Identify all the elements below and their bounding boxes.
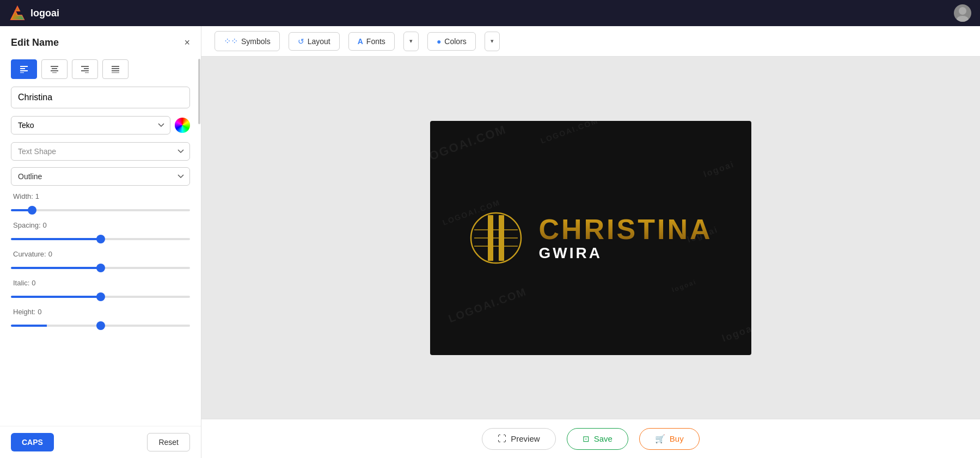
logoai-icon <box>9 4 26 22</box>
logo-content: CHRISTINA GWIRA <box>469 211 712 265</box>
panel-bottom-row: CAPS Reset <box>0 426 201 458</box>
height-label: Height:0 <box>11 308 190 316</box>
align-left-button[interactable] <box>11 59 37 79</box>
top-navigation: logoai <box>0 0 980 26</box>
height-slider-row: Height:0 <box>11 308 190 329</box>
italic-slider-row: Italic:0 <box>11 279 190 300</box>
colors-button[interactable]: ● Colors <box>427 32 476 51</box>
reset-button[interactable]: Reset <box>147 433 190 451</box>
save-button[interactable]: ⊡ Save <box>567 428 628 450</box>
action-row: ⛶ Preview ⊡ Save 🛒 Buy <box>201 419 980 458</box>
panel-title: Edit Name <box>11 37 59 48</box>
right-content: ⁘⁘ Symbols ↺ Layout A Fonts ▾ ● Colors ▾… <box>201 26 980 458</box>
svg-point-2 <box>959 7 966 15</box>
user-avatar[interactable] <box>954 4 971 22</box>
curvature-label: Curvature:0 <box>11 250 190 258</box>
font-select[interactable]: Teko <box>11 116 170 135</box>
panel-header: Edit Name × <box>0 26 201 54</box>
height-slider[interactable] <box>11 325 190 327</box>
spacing-slider[interactable] <box>11 238 190 240</box>
watermark-7: LOGOAI.COM <box>540 121 600 145</box>
logo-text-block: CHRISTINA GWIRA <box>538 215 712 261</box>
buy-icon: 🛒 <box>655 434 665 444</box>
name-text-input[interactable] <box>11 87 190 108</box>
watermark-2: logoai <box>702 159 736 179</box>
scroll-thumb <box>198 59 200 124</box>
logo-canvas[interactable]: LOGOAI.COM logoai LOGOAI.COM logoai LOGO… <box>430 121 751 355</box>
italic-slider[interactable] <box>11 296 190 298</box>
svg-rect-25 <box>499 215 504 261</box>
curvature-slider-row: Curvature:0 <box>11 250 190 271</box>
svg-point-3 <box>957 16 969 22</box>
preview-button[interactable]: ⛶ Preview <box>482 428 555 450</box>
watermark-8: logoai <box>671 278 697 294</box>
close-button[interactable]: × <box>184 37 190 48</box>
fonts-button[interactable]: A Fonts <box>348 32 395 51</box>
spacing-label: Spacing:0 <box>11 221 190 229</box>
watermark-3: LOGOAI.COM <box>447 285 529 325</box>
svg-marker-1 <box>11 7 24 20</box>
logo-subtitle: GWIRA <box>538 246 712 261</box>
outline-select[interactable]: Outline <box>11 167 190 186</box>
main-layout: Edit Name × <box>0 26 980 458</box>
left-panel: Edit Name × <box>0 26 201 458</box>
app-logo: logoai <box>9 4 59 22</box>
symbols-icon: ⁘⁘ <box>224 36 238 46</box>
caps-button[interactable]: CAPS <box>11 433 54 451</box>
panel-content: Teko Text Shape Outline Width:1 <box>0 54 201 426</box>
preview-icon: ⛶ <box>498 434 506 444</box>
canvas-area: LOGOAI.COM logoai LOGOAI.COM logoai LOGO… <box>201 57 980 419</box>
layout-button[interactable]: ↺ Layout <box>289 32 340 51</box>
layout-icon: ↺ <box>298 37 304 46</box>
curvature-slider[interactable] <box>11 267 190 269</box>
save-icon: ⊡ <box>583 434 590 444</box>
logo-name: CHRISTINA <box>538 215 712 243</box>
font-row: Teko <box>11 116 190 135</box>
scroll-bar[interactable] <box>198 26 201 458</box>
width-label: Width:1 <box>11 192 190 200</box>
watermark-1: LOGOAI.COM <box>430 122 509 166</box>
buy-button[interactable]: 🛒 Buy <box>639 428 700 450</box>
align-right-button[interactable] <box>72 59 98 79</box>
colors-icon: ● <box>437 37 441 46</box>
width-slider-row: Width:1 <box>11 192 190 213</box>
fonts-icon: A <box>358 37 363 46</box>
symbols-button[interactable]: ⁘⁘ Symbols <box>215 31 280 51</box>
alignment-row <box>11 59 190 79</box>
app-name: logoai <box>30 8 59 19</box>
width-slider[interactable] <box>11 209 190 211</box>
text-shape-select[interactable]: Text Shape <box>11 142 190 161</box>
fonts-chevron[interactable]: ▾ <box>403 32 419 51</box>
color-wheel-icon[interactable] <box>175 118 190 133</box>
watermark-4: logoai <box>720 321 751 344</box>
svg-rect-24 <box>488 215 493 261</box>
toolbar: ⁘⁘ Symbols ↺ Layout A Fonts ▾ ● Colors ▾ <box>201 26 980 57</box>
spacing-slider-row: Spacing:0 <box>11 221 190 242</box>
align-justify-button[interactable] <box>102 59 128 79</box>
align-center-button[interactable] <box>41 59 68 79</box>
colors-chevron[interactable]: ▾ <box>485 32 500 51</box>
italic-label: Italic:0 <box>11 279 190 287</box>
logo-emblem-svg <box>469 211 523 265</box>
